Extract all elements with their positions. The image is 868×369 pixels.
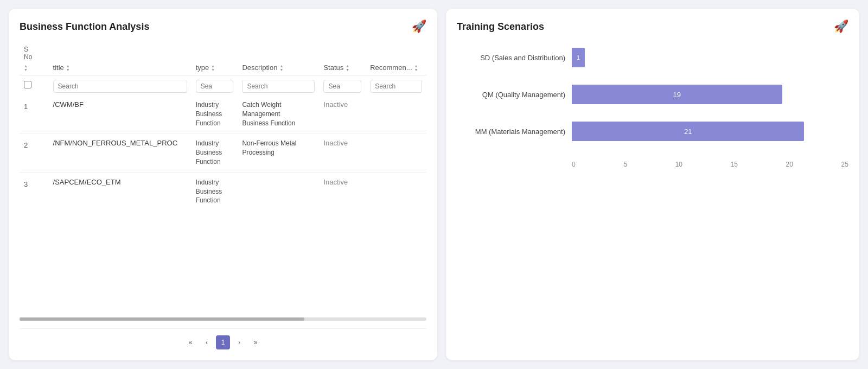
table-search-row — [20, 75, 426, 96]
bar-wrapper: 19 — [572, 85, 848, 104]
table-container: SNo ▲▼ title ▲▼ type ▲▼ — [20, 42, 426, 313]
type-cell: IndustryBusinessFunction — [192, 172, 238, 211]
col-header-description: Description ▲▼ — [238, 42, 319, 75]
status-search-cell — [319, 75, 366, 96]
chart-label: MM (Materials Management) — [457, 128, 565, 136]
type-sort-icon[interactable]: ▲▼ — [211, 64, 215, 72]
recommended-search-cell — [366, 75, 426, 96]
chart-label: QM (Quality Management) — [457, 91, 565, 99]
recommended-cell — [366, 133, 426, 172]
sno-cell: 3 — [20, 172, 49, 211]
right-panel-title: Training Scenarios — [457, 21, 544, 33]
status-cell: Inactive — [319, 133, 366, 172]
title-cell: /CWM/BF — [49, 95, 192, 133]
bar-value-label: 1 — [577, 54, 580, 61]
type-search-input[interactable] — [196, 80, 234, 93]
bar: 19 — [572, 85, 782, 104]
training-scenarios-panel: Training Scenarios 🚀 SD (Sales and Distr… — [446, 9, 859, 360]
col-header-recommended: Recommen... ▲▼ — [366, 42, 426, 75]
chart-row: SD (Sales and Distribution)1 — [457, 48, 848, 67]
x-tick: 20 — [786, 161, 793, 168]
right-panel-header: Training Scenarios 🚀 — [457, 20, 848, 34]
status-search-input[interactable] — [323, 80, 361, 93]
status-cell: Inactive — [319, 95, 366, 133]
col-header-sno: SNo ▲▼ — [20, 42, 49, 75]
x-tick: 25 — [841, 161, 848, 168]
horizontal-scrollbar-thumb[interactable] — [20, 317, 304, 321]
table-row: 2 /NFM/NON_FERROUS_METAL_PROC IndustryBu… — [20, 133, 426, 172]
chart-label: SD (Sales and Distribution) — [457, 54, 565, 62]
description-search-cell — [238, 75, 319, 96]
title-search-input[interactable] — [53, 80, 187, 93]
table-row: 3 /SAPCEM/ECO_ETM IndustryBusinessFuncti… — [20, 172, 426, 211]
business-function-panel: Business Function Analysis 🚀 SNo ▲▼ titl… — [9, 9, 437, 360]
table-header-row: SNo ▲▼ title ▲▼ type ▲▼ — [20, 42, 426, 75]
recommended-search-input[interactable] — [370, 80, 422, 93]
recommended-cell — [366, 172, 426, 211]
bar-wrapper: 1 — [572, 48, 848, 67]
type-cell: IndustryBusinessFunction — [192, 95, 238, 133]
bar: 21 — [572, 122, 804, 141]
horizontal-scrollbar-track[interactable] — [20, 317, 426, 321]
right-rocket-icon: 🚀 — [834, 20, 848, 34]
sno-cell: 2 — [20, 133, 49, 172]
bar: 1 — [572, 48, 585, 67]
description-cell: Non-Ferrous MetalProcessing — [238, 133, 319, 172]
sno-sort-icon[interactable]: ▲▼ — [24, 64, 28, 72]
x-axis-ticks: 0510152025 — [572, 161, 848, 168]
x-tick: 15 — [731, 161, 738, 168]
col-header-status: Status ▲▼ — [319, 42, 366, 75]
col-header-type: type ▲▼ — [192, 42, 238, 75]
x-tick: 10 — [675, 161, 682, 168]
left-rocket-icon: 🚀 — [412, 20, 426, 34]
last-page-button[interactable]: » — [248, 335, 263, 349]
pagination: « ‹ 1 › » — [20, 328, 426, 349]
type-search-cell — [192, 75, 238, 96]
col-header-title: title ▲▼ — [49, 42, 192, 75]
description-cell: Catch Weight ManagementBusiness Function — [238, 95, 319, 133]
title-cell: /SAPCEM/ECO_ETM — [49, 172, 192, 211]
type-cell: IndustryBusinessFunction — [192, 133, 238, 172]
left-panel-header: Business Function Analysis 🚀 — [20, 20, 426, 34]
table-row: 1 /CWM/BF IndustryBusinessFunction Catch… — [20, 95, 426, 133]
sno-checkbox-cell — [20, 75, 49, 96]
description-cell — [238, 172, 319, 211]
x-tick: 0 — [572, 161, 576, 168]
description-search-input[interactable] — [242, 80, 315, 93]
left-panel-title: Business Function Analysis — [20, 21, 149, 33]
bar-value-label: 19 — [673, 91, 681, 99]
title-search-cell — [49, 75, 192, 96]
chart-rows: SD (Sales and Distribution)1QM (Quality … — [457, 48, 848, 158]
title-cell: /NFM/NON_FERROUS_METAL_PROC — [49, 133, 192, 172]
bar-value-label: 21 — [684, 128, 692, 136]
prev-page-button[interactable]: ‹ — [200, 335, 214, 349]
first-page-button[interactable]: « — [183, 335, 197, 349]
title-sort-icon[interactable]: ▲▼ — [66, 64, 70, 72]
business-function-table: SNo ▲▼ title ▲▼ type ▲▼ — [20, 42, 426, 211]
chart-row: MM (Materials Management)21 — [457, 122, 848, 141]
recommended-sort-icon[interactable]: ▲▼ — [414, 64, 418, 72]
status-cell: Inactive — [319, 172, 366, 211]
sno-cell: 1 — [20, 95, 49, 133]
desc-sort-icon[interactable]: ▲▼ — [279, 64, 283, 72]
page-1-button[interactable]: 1 — [216, 335, 230, 349]
recommended-cell — [366, 95, 426, 133]
x-axis: 0510152025 — [572, 161, 848, 168]
select-all-checkbox[interactable] — [24, 81, 31, 88]
status-sort-icon[interactable]: ▲▼ — [346, 64, 349, 72]
chart-area: SD (Sales and Distribution)1QM (Quality … — [457, 42, 848, 349]
next-page-button[interactable]: › — [232, 335, 246, 349]
table-body: 1 /CWM/BF IndustryBusinessFunction Catch… — [20, 95, 426, 211]
chart-row: QM (Quality Management)19 — [457, 85, 848, 104]
x-tick: 5 — [623, 161, 627, 168]
bar-wrapper: 21 — [572, 122, 848, 141]
